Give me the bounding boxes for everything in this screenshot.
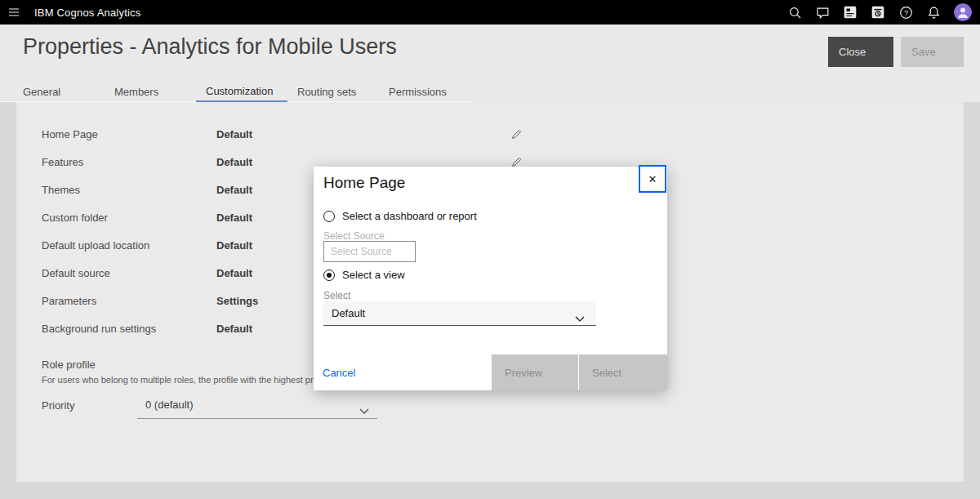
search-icon[interactable] xyxy=(787,5,802,20)
tab-customization[interactable]: Customization xyxy=(196,82,287,102)
select-view-label: Select xyxy=(323,290,350,301)
tab-members[interactable]: Members xyxy=(105,82,196,102)
view-dropdown-value: Default xyxy=(323,301,596,325)
tab-permissions[interactable]: Permissions xyxy=(379,82,470,102)
svg-text:?: ? xyxy=(903,8,907,16)
activities-icon[interactable] xyxy=(843,5,858,20)
priority-label: Priority xyxy=(42,393,74,419)
radio-label: Select a dashboard or report xyxy=(342,210,477,222)
property-label: Features xyxy=(42,156,216,168)
topbar-actions: ? xyxy=(787,3,980,21)
priority-dropdown[interactable]: 0 (default) xyxy=(137,393,377,419)
radio-label: Select a view xyxy=(342,269,405,281)
radio-button-unselected[interactable] xyxy=(323,211,335,222)
modal-footer: Cancel Preview Select xyxy=(314,354,667,390)
radio-select-view[interactable]: Select a view xyxy=(323,269,405,281)
close-button[interactable]: Close xyxy=(828,37,893,67)
account-avatar[interactable] xyxy=(954,3,972,21)
tab-general[interactable]: General xyxy=(13,82,105,102)
edit-pencil-icon[interactable] xyxy=(508,126,524,142)
role-profile-label: Role profile xyxy=(42,359,96,371)
tab-bar: General Members Customization Routing se… xyxy=(0,82,470,102)
property-label: Default upload location xyxy=(42,239,216,252)
select-source-input[interactable] xyxy=(323,241,416,262)
radio-select-dashboard[interactable]: Select a dashboard or report xyxy=(323,210,477,222)
property-row-home-page: Home Page Default xyxy=(42,120,940,148)
top-bar: IBM Cognos Analytics ? xyxy=(0,0,980,25)
chat-icon[interactable] xyxy=(815,5,830,20)
chevron-down-icon xyxy=(575,310,585,325)
select-button[interactable]: Select xyxy=(578,354,667,390)
notifications-icon[interactable] xyxy=(926,5,941,20)
help-icon[interactable]: ? xyxy=(898,5,913,20)
priority-row: Priority 0 (default) xyxy=(42,393,940,419)
select-source-label: Select Source xyxy=(323,230,385,242)
chevron-down-icon xyxy=(359,403,369,417)
save-button[interactable]: Save xyxy=(901,37,964,67)
view-dropdown[interactable]: Default xyxy=(323,301,596,326)
tab-routing-sets[interactable]: Routing sets xyxy=(287,82,379,102)
property-label: Custom folder xyxy=(42,212,216,224)
radio-button-selected[interactable] xyxy=(323,270,335,281)
property-label: Home Page xyxy=(42,128,216,140)
menu-icon[interactable] xyxy=(0,0,28,25)
property-label: Default source xyxy=(42,267,216,279)
property-label: Themes xyxy=(42,184,216,196)
preview-button[interactable]: Preview xyxy=(492,354,578,390)
app-window: IBM Cognos Analytics ? xyxy=(0,0,980,499)
app-brand: IBM Cognos Analytics xyxy=(34,7,140,19)
property-label: Background run settings xyxy=(42,323,216,335)
priority-dropdown-value: 0 (default) xyxy=(137,393,377,417)
property-value: Default xyxy=(216,128,508,140)
property-label: Parameters xyxy=(42,295,216,307)
page-title: Properties - Analytics for Mobile Users xyxy=(23,34,397,60)
cancel-link[interactable]: Cancel xyxy=(314,354,492,390)
schedules-icon[interactable] xyxy=(871,5,885,20)
home-page-modal: ✕ Home Page Select a dashboard or report… xyxy=(314,167,667,390)
close-icon[interactable]: ✕ xyxy=(639,165,666,193)
modal-title: Home Page xyxy=(323,174,405,192)
